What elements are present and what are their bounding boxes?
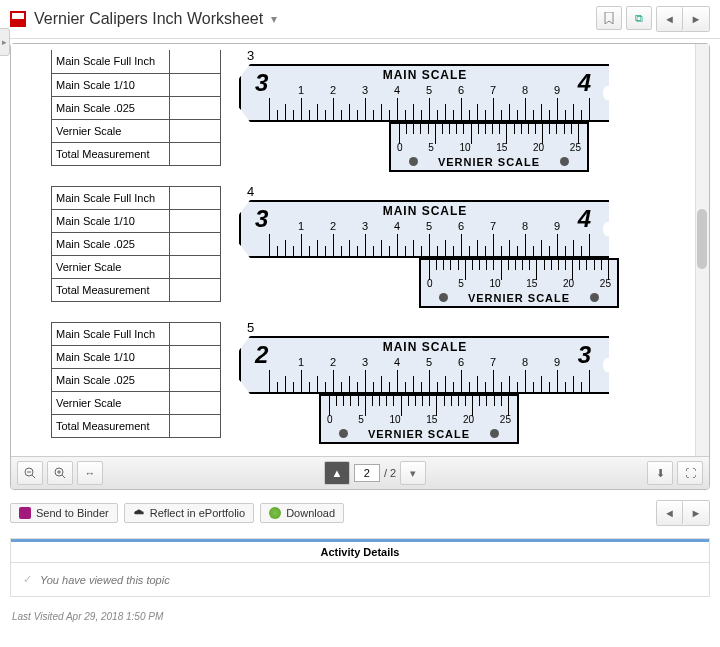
table-row-value: [170, 187, 221, 210]
table-row-value: [170, 415, 221, 438]
left-inch: 2: [255, 341, 268, 369]
popout-button[interactable]: ⧉: [626, 6, 652, 30]
table-row-value: [170, 73, 221, 96]
main-tick-number: 7: [490, 220, 496, 232]
table-row-value: [170, 96, 221, 119]
left-inch: 3: [255, 205, 268, 233]
table-row-value: [170, 346, 221, 369]
main-tick-number: 5: [426, 84, 432, 96]
vernier-tick-number: 0: [327, 414, 333, 425]
vernier-tick-number: 5: [458, 278, 464, 289]
zoom-out-button[interactable]: [17, 461, 43, 485]
main-tick-number: 8: [522, 356, 528, 368]
table-row-value: [170, 142, 221, 165]
zoom-in-button[interactable]: [47, 461, 73, 485]
vernier-tick-number: 15: [426, 414, 437, 425]
vernier-tick-number: 20: [533, 142, 544, 153]
main-tick-number: 2: [330, 220, 336, 232]
vernier-tick-number: 5: [428, 142, 434, 153]
last-visited: Last Visited Apr 29, 2018 1:50 PM: [12, 611, 708, 622]
main-tick-number: 5: [426, 220, 432, 232]
main-tick-number: 1: [298, 84, 304, 96]
table-row-label: Vernier Scale: [52, 392, 170, 415]
table-row-value: [170, 323, 221, 346]
activity-details-panel: Activity Details ✓ You have viewed this …: [10, 538, 710, 597]
measurement-table: Main Scale Full InchMain Scale 1/10Main …: [51, 322, 221, 438]
vernier-scale-label: VERNIER SCALE: [321, 428, 517, 440]
pdf-page: 3Main Scale Full InchMain Scale 1/10Main…: [11, 44, 709, 456]
svg-line-6: [62, 475, 65, 478]
download-button[interactable]: Download: [260, 503, 344, 523]
document-title: Vernier Calipers Inch Worksheet: [34, 10, 263, 28]
vernier-tick-number: 10: [489, 278, 500, 289]
binder-icon: [19, 507, 31, 519]
scrollbar[interactable]: [695, 44, 709, 456]
main-tick-number: 2: [330, 356, 336, 368]
table-row-value: [170, 119, 221, 142]
page-menu-button[interactable]: ▾: [400, 461, 426, 485]
activity-details-header: Activity Details: [11, 539, 709, 563]
table-row-label: Total Measurement: [52, 142, 170, 165]
measurement-table: Main Scale Full InchMain Scale 1/10Main …: [51, 186, 221, 302]
main-tick-number: 7: [490, 356, 496, 368]
vernier-tick-number: 10: [389, 414, 400, 425]
table-row-label: Vernier Scale: [52, 119, 170, 142]
viewer-toolbar: ↔ ▲ / 2 ▾ ⬇ ⛶: [11, 456, 709, 489]
prev-topic-button[interactable]: ◄: [657, 7, 683, 31]
main-tick-number: 7: [490, 84, 496, 96]
title-dropdown[interactable]: ▾: [271, 12, 277, 26]
prev-activity-button[interactable]: ◄: [657, 501, 683, 525]
measurement-table: Main Scale Full InchMain Scale 1/10Main …: [51, 50, 221, 166]
main-scale-label: MAIN SCALE: [241, 204, 609, 218]
vernier-tick-number: 0: [397, 142, 403, 153]
table-row-value: [170, 50, 221, 73]
next-activity-button[interactable]: ►: [683, 501, 709, 525]
table-row-label: Total Measurement: [52, 279, 170, 302]
table-row-value: [170, 233, 221, 256]
vernier-tick-number: 10: [459, 142, 470, 153]
vernier-tick-number: 20: [563, 278, 574, 289]
send-to-binder-button[interactable]: Send to Binder: [10, 503, 118, 523]
main-tick-number: 4: [394, 84, 400, 96]
main-tick-number: 1: [298, 220, 304, 232]
caliper-diagram: MAIN SCALE341234567890510152025VERNIER S…: [239, 190, 609, 312]
bookmark-button[interactable]: [596, 6, 622, 30]
download-pdf-button[interactable]: ⬇: [647, 461, 673, 485]
fullscreen-button[interactable]: ⛶: [677, 461, 703, 485]
main-scale-label: MAIN SCALE: [241, 340, 609, 354]
table-row-value: [170, 210, 221, 233]
page-total: / 2: [384, 467, 396, 479]
table-row-label: Main Scale Full Inch: [52, 323, 170, 346]
viewed-message: You have viewed this topic: [40, 574, 170, 586]
table-row-label: Main Scale 1/10: [52, 346, 170, 369]
svg-line-2: [32, 475, 35, 478]
fit-width-button[interactable]: ↔: [77, 461, 103, 485]
table-row-label: Main Scale 1/10: [52, 73, 170, 96]
table-row-value: [170, 256, 221, 279]
left-inch: 3: [255, 69, 268, 97]
expand-sidebar-tab[interactable]: ▸: [0, 28, 10, 56]
caliper-diagram: MAIN SCALE341234567890510152025VERNIER S…: [239, 54, 609, 176]
main-tick-number: 8: [522, 220, 528, 232]
page-number-input[interactable]: [354, 464, 380, 482]
main-tick-number: 4: [394, 356, 400, 368]
download-icon: [269, 507, 281, 519]
main-tick-number: 1: [298, 356, 304, 368]
vernier-scale-label: VERNIER SCALE: [391, 156, 587, 168]
cloud-icon: [133, 507, 145, 519]
main-tick-number: 9: [554, 84, 560, 96]
table-row-value: [170, 369, 221, 392]
table-row-value: [170, 279, 221, 302]
table-row-label: Vernier Scale: [52, 256, 170, 279]
vernier-tick-number: 15: [496, 142, 507, 153]
page-up-button[interactable]: ▲: [324, 461, 350, 485]
vernier-tick-number: 25: [600, 278, 611, 289]
vernier-tick-number: 20: [463, 414, 474, 425]
vernier-tick-number: 15: [526, 278, 537, 289]
table-row-value: [170, 392, 221, 415]
main-tick-number: 6: [458, 220, 464, 232]
reflect-eportfolio-button[interactable]: Reflect in ePortfolio: [124, 503, 254, 523]
main-tick-number: 9: [554, 356, 560, 368]
vernier-tick-number: 5: [358, 414, 364, 425]
next-topic-button[interactable]: ►: [683, 7, 709, 31]
